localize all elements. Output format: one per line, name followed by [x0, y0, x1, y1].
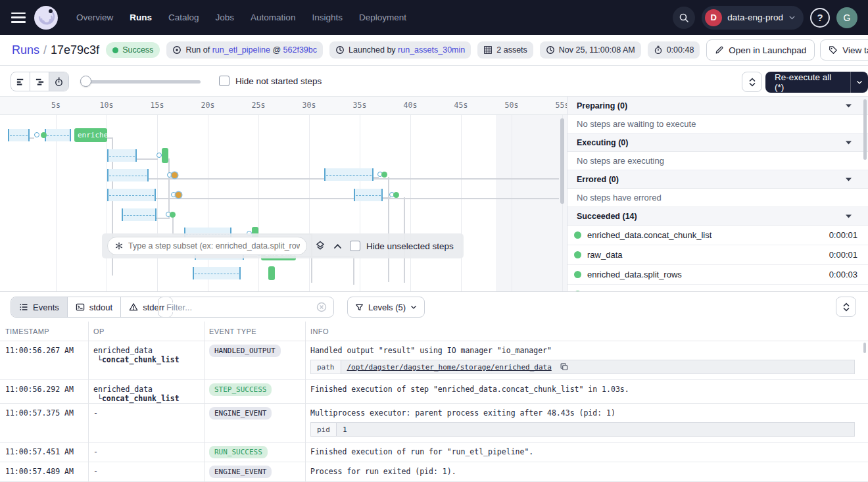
- axis-tick-label: 40s: [404, 101, 418, 110]
- gantt-bar-success[interactable]: [162, 148, 168, 163]
- grid-icon: [483, 45, 493, 55]
- step-subset-overlay: Hide unselected steps: [102, 233, 464, 258]
- run-tag-pill[interactable]: Launched by run_assets_30min: [329, 41, 471, 59]
- gantt-bar-pending[interactable]: [107, 149, 137, 162]
- workspace-name: data-eng-prod: [727, 12, 783, 22]
- log-timestamp: 11:00:57.489 AM: [0, 462, 88, 481]
- search-button[interactable]: [673, 7, 695, 29]
- open-in-launchpad-button[interactable]: Open in Launchpad: [706, 39, 815, 60]
- metadata-value: 1: [337, 425, 353, 434]
- run-tag-pill[interactable]: 0:00:48: [648, 41, 700, 59]
- succeeded-step-row[interactable]: raw_data0:00:01: [567, 245, 868, 265]
- view-waterfall-button[interactable]: [30, 72, 49, 91]
- log-row[interactable]: 11:00:57.375 AM-ENGINE_EVENTMultiprocess…: [0, 404, 868, 443]
- workspace-avatar: D: [705, 9, 722, 26]
- clear-filter-icon[interactable]: [316, 302, 327, 312]
- log-filter[interactable]: [158, 297, 334, 318]
- gantt-bar-pending[interactable]: [45, 129, 71, 141]
- gantt-scrollbar[interactable]: [560, 118, 564, 204]
- nav-item-catalog[interactable]: Catalog: [168, 12, 199, 22]
- nav-item-runs[interactable]: Runs: [130, 12, 152, 22]
- slider-knob[interactable]: [80, 76, 91, 87]
- succeeded-step-row[interactable]: enriched_data.split_rows0:00:03: [567, 265, 868, 285]
- log-row[interactable]: 11:00:57.451 AM-RUN_SUCCESSFinished exec…: [0, 443, 868, 462]
- log-row[interactable]: 11:00:56.292 AMenriched_data└concat_chun…: [0, 380, 868, 404]
- log-scrollbar[interactable]: [863, 343, 866, 353]
- step-subset-input-wrap[interactable]: [107, 237, 307, 255]
- tag-link[interactable]: run_etl_pipeline: [212, 45, 270, 55]
- gantt-bar-success[interactable]: enriche.: [74, 128, 107, 142]
- gantt-bar-pending[interactable]: [107, 189, 156, 201]
- levels-dropdown[interactable]: Levels (5): [347, 297, 425, 318]
- log-op: -: [88, 462, 204, 481]
- user-avatar[interactable]: G: [836, 7, 857, 28]
- section-header-errored[interactable]: Errored (0): [567, 170, 868, 189]
- gantt-green-dot-icon: [41, 132, 47, 138]
- run-tag-pill[interactable]: Run of run_etl_pipeline @ 562f39bc: [166, 41, 323, 59]
- log-op: -: [88, 443, 204, 462]
- metadata-key: pid: [311, 423, 337, 436]
- axis-tick-label: 10s: [100, 101, 114, 110]
- hide-not-started-checkbox-row[interactable]: Hide not started steps: [219, 76, 322, 86]
- copy-icon[interactable]: [560, 363, 568, 371]
- log-filter-input[interactable]: [166, 302, 316, 312]
- section-header-executing[interactable]: Executing (0): [567, 133, 868, 152]
- log-expand-collapse-button[interactable]: [836, 297, 856, 317]
- status-badge: Success: [106, 42, 160, 58]
- axis-gridline: [56, 115, 57, 291]
- caret-up-icon[interactable]: [333, 243, 342, 249]
- gantt-bar-success[interactable]: [268, 266, 275, 280]
- succeeded-step-row[interactable]: enriched_data.process_chunked [1]0:00:04: [567, 285, 868, 291]
- tab-events[interactable]: Events: [11, 297, 68, 317]
- log-info: Finished execution of run for "run_etl_p…: [305, 443, 868, 462]
- nav-item-automation[interactable]: Automation: [251, 12, 295, 22]
- nav-item-deployment[interactable]: Deployment: [359, 12, 406, 22]
- log-row[interactable]: 11:00:57.489 AM-ENGINE_EVENTProcess for …: [0, 462, 868, 482]
- dagster-logo-icon[interactable]: [34, 6, 58, 30]
- tab-stdout[interactable]: stdout: [68, 297, 121, 317]
- log-row[interactable]: 11:00:56.267 AMenriched_data└concat_chun…: [0, 341, 868, 380]
- gantt-bar-pending[interactable]: [324, 168, 374, 181]
- panel-expand-collapse-button[interactable]: [742, 72, 762, 92]
- breadcrumb-runs-link[interactable]: Runs: [12, 43, 39, 57]
- reexecute-all-button[interactable]: Re-execute all (*): [765, 72, 868, 93]
- gantt-bar-pending[interactable]: [193, 267, 241, 279]
- tag-text: 0:00:48: [667, 45, 694, 55]
- gantt-bar-pending[interactable]: [107, 169, 149, 181]
- panel-scrollbar[interactable]: [863, 99, 867, 160]
- chevron-down-icon: [410, 304, 417, 310]
- step-duration: 0:00:01: [829, 250, 857, 260]
- view-flat-button[interactable]: [11, 72, 30, 91]
- hamburger-menu-icon[interactable]: [11, 12, 26, 23]
- gantt-open-dot-icon: [157, 153, 162, 158]
- step-subset-input[interactable]: [128, 241, 300, 251]
- reexecute-dropdown-caret[interactable]: [850, 72, 868, 93]
- hide-not-started-checkbox[interactable]: [219, 76, 229, 86]
- nav-item-jobs[interactable]: Jobs: [216, 12, 235, 22]
- gantt-bar-pending[interactable]: [354, 189, 383, 201]
- run-tag-pill[interactable]: 2 assets: [477, 41, 533, 59]
- section-header-succeeded[interactable]: Succeeded (14): [567, 207, 868, 226]
- gantt-bar-pending[interactable]: [8, 129, 30, 141]
- layers-diamond-icon[interactable]: [315, 241, 326, 251]
- succeeded-step-row[interactable]: enriched_data.concat_chunk_list0:00:01: [567, 226, 868, 245]
- log-event-type: HANDLED_OUTPUT: [204, 341, 305, 379]
- nav-item-insights[interactable]: Insights: [312, 12, 343, 22]
- section-header-preparing[interactable]: Preparing (0): [567, 97, 868, 115]
- help-button[interactable]: ?: [810, 8, 830, 28]
- view-tags-and-config-button[interactable]: View tags and config: [820, 39, 868, 60]
- hide-unselected-checkbox-row[interactable]: Hide unselected steps: [350, 241, 454, 251]
- zoom-slider[interactable]: [80, 77, 201, 86]
- metadata-path-link[interactable]: /opt/dagster/dagster_home/storage/enrich…: [341, 363, 558, 372]
- question-icon: ?: [817, 12, 823, 23]
- workspace-switcher[interactable]: D data-eng-prod: [702, 6, 804, 30]
- run-tag-pill[interactable]: Nov 25, 11:00:08 AM: [540, 41, 641, 59]
- nav-item-overview[interactable]: Overview: [76, 12, 113, 22]
- tag-link[interactable]: 562f39bc: [283, 45, 317, 55]
- success-dot-icon: [574, 271, 581, 278]
- view-timed-button[interactable]: [49, 72, 68, 91]
- gantt-bar-pending[interactable]: [122, 208, 157, 221]
- tag-link[interactable]: run_assets_30min: [398, 45, 465, 55]
- log-timestamp: 11:00:56.292 AM: [0, 380, 88, 403]
- hide-unselected-checkbox[interactable]: [350, 241, 360, 251]
